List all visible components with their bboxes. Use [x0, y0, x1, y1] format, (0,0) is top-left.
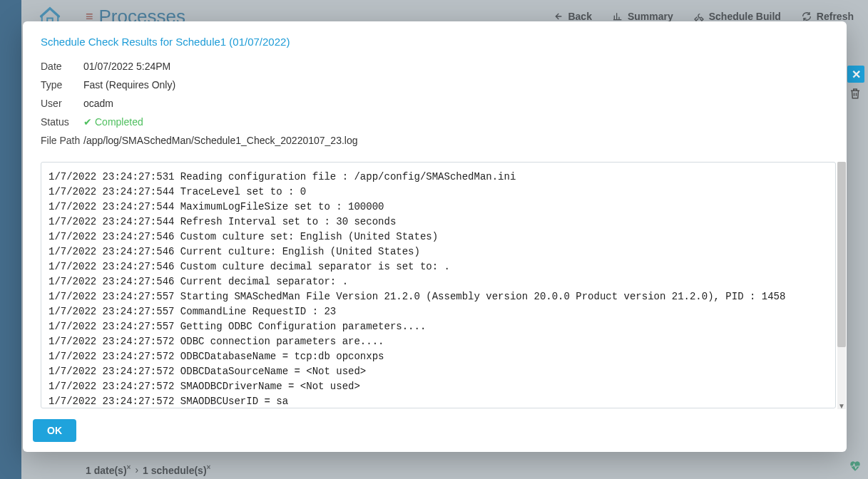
scrollbar-thumb[interactable]	[837, 162, 846, 347]
ok-button[interactable]: OK	[33, 419, 76, 442]
trash-icon[interactable]	[849, 87, 862, 103]
type-value: Fast (Requires Only)	[83, 79, 175, 91]
date-label: Date	[41, 61, 83, 72]
dialog-title: Schedule Check Results for Schedule1 (01…	[41, 36, 825, 48]
check-icon: ✔	[83, 116, 92, 128]
log-text: 1/7/2022 23:24:27:531 Reading configurat…	[48, 170, 835, 408]
user-label: User	[41, 98, 83, 109]
log-output[interactable]: 1/7/2022 23:24:27:531 Reading configurat…	[41, 162, 836, 408]
filepath-value: /app/log/SMASchedMan/Schedule1_Check_202…	[83, 135, 358, 146]
schedule-check-results-dialog: Schedule Check Results for Schedule1 (01…	[23, 21, 847, 452]
filepath-label: File Path	[41, 135, 83, 146]
side-panel-close-button[interactable]: ✕	[847, 66, 864, 83]
status-value: ✔ Completed	[83, 116, 143, 128]
type-label: Type	[41, 79, 83, 91]
scrollbar-down-arrow[interactable]: ▼	[837, 402, 846, 411]
date-value: 01/07/2022 5:24PM	[83, 61, 170, 72]
status-label: Status	[41, 116, 83, 128]
user-value: ocadm	[83, 98, 113, 109]
